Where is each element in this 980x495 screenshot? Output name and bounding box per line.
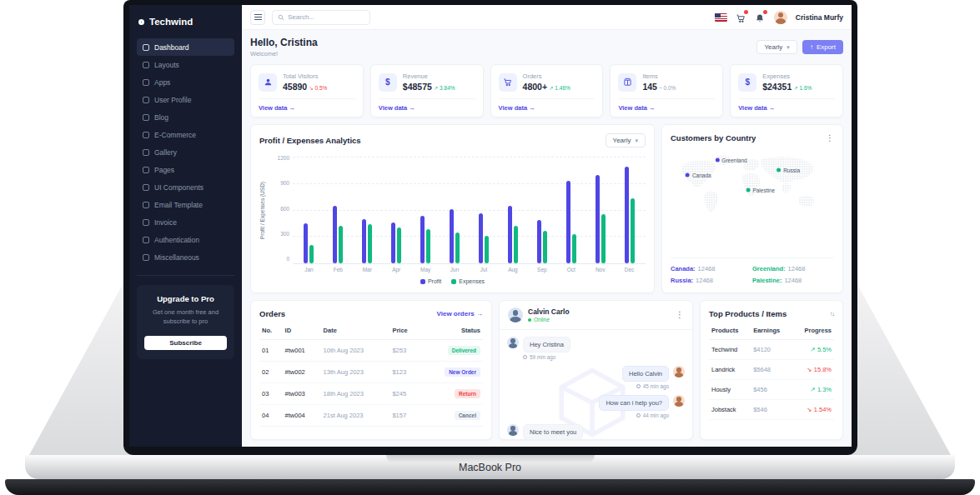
chart-plot: [293, 158, 646, 264]
view-data-link[interactable]: View data →: [618, 98, 715, 117]
sort-icon[interactable]: ↑↓: [830, 311, 834, 317]
sidebar-item-label: UI Components: [154, 183, 204, 192]
period-select[interactable]: Yearly▾: [756, 40, 797, 54]
message-bubble: Hey Cristina: [523, 337, 570, 352]
sidebar-item-label: Email Template: [154, 201, 203, 209]
stat-card-visitors: Total Visitors 45890↘ 0.5% View data →: [250, 64, 364, 118]
sidebar-item-user-profile[interactable]: User Profile: [137, 91, 234, 108]
column-header: Price: [389, 322, 420, 340]
sidebar-item-blog[interactable]: Blog: [137, 108, 234, 126]
orders-card: Orders View orders → No. ID Date Price S…: [250, 300, 492, 440]
menu-toggle-button[interactable]: [250, 10, 265, 25]
expenses-bar: [309, 245, 314, 263]
sidebar-item-label: Dashboard: [154, 43, 189, 52]
x-axis-label: Aug: [498, 267, 527, 272]
expenses-bar: [631, 198, 635, 263]
macbook-mockup: Techwind Dashboard Layouts Apps User Pro…: [0, 0, 980, 495]
sidebar-item-apps[interactable]: Apps: [137, 73, 234, 91]
us-flag-icon[interactable]: [715, 13, 727, 22]
sidebar-item-label: User Profile: [154, 96, 191, 104]
sidebar-item-authentication[interactable]: Authentication: [137, 231, 234, 248]
sidebar-item-invoice[interactable]: Invoice: [137, 213, 234, 231]
orders-title: Orders: [259, 309, 285, 318]
sidebar-item-miscellaneous[interactable]: Miscellaneous: [137, 248, 234, 266]
view-data-link[interactable]: View data →: [738, 98, 835, 117]
column-header: Status: [421, 322, 483, 340]
x-axis-label: Sep: [527, 267, 556, 272]
bar-group: [527, 158, 556, 263]
user-avatar[interactable]: [774, 11, 787, 24]
chart-period-value: Yearly: [613, 137, 631, 144]
stat-card-orders: Orders 4800+↗ 1.46% View data →: [490, 64, 604, 118]
view-data-link[interactable]: View data →: [259, 98, 355, 117]
sidebar-item-pages[interactable]: Pages: [137, 161, 234, 178]
x-axis-label: Nov: [585, 267, 615, 272]
bar-group: [470, 158, 499, 263]
view-data-link[interactable]: View data →: [499, 98, 596, 117]
cart-badge: [744, 10, 748, 14]
stat-change: ↗ 1.6%: [793, 85, 812, 91]
gallery-icon: [143, 149, 149, 156]
brand[interactable]: Techwind: [138, 17, 233, 27]
stat-card-expenses: $ Expenses $24351↗ 1.6% View data →: [730, 64, 843, 118]
chat-menu-button[interactable]: ⋮: [676, 311, 684, 319]
sidebar-item-ecommerce[interactable]: E-Commerce: [137, 126, 234, 143]
order-row: 03#tw00318th Aug 2023$245Return: [259, 383, 483, 405]
box-icon: [618, 73, 636, 92]
legend-expenses: Expenses: [451, 278, 485, 284]
page-content: Hello, Cristina Welcome! Yearly▾ ↑Export: [242, 30, 852, 447]
map-menu-button[interactable]: ⋮: [826, 134, 834, 142]
sidebar-item-layouts[interactable]: Layouts: [137, 56, 234, 73]
profit-bar: [596, 175, 600, 263]
chart-period-select[interactable]: Yearly▾: [606, 133, 646, 148]
notifications-button[interactable]: [755, 12, 766, 22]
chat-message: Hey Cristina 59 min ago: [507, 337, 685, 360]
column-header: Progress: [792, 322, 834, 340]
view-data-link[interactable]: View data →: [379, 98, 475, 117]
legend-profit: Profit: [420, 278, 441, 284]
hamburger-icon: [254, 14, 262, 20]
sidebar-item-dashboard[interactable]: Dashboard: [137, 38, 234, 56]
customers-map-card: Customers by Country ⋮: [661, 124, 843, 293]
chevron-down-icon: ▾: [787, 44, 790, 51]
search-input[interactable]: [288, 13, 364, 21]
dollar-icon: $: [379, 73, 397, 92]
order-row: 01#tw00110th Aug 2023$253Delivered: [259, 340, 483, 362]
stat-card-revenue: $ Revenue $48575↗ 3.84% View data →: [370, 64, 484, 118]
status-badge: Return: [455, 389, 480, 398]
upgrade-description: Get one month free and subscribe to pro: [144, 308, 227, 327]
sidebar-item-label: Gallery: [154, 148, 177, 157]
apps-icon: [143, 79, 149, 86]
upgrade-card: Upgrade to Pro Get one month free and su…: [137, 285, 234, 359]
sidebar-item-email-template[interactable]: Email Template: [137, 196, 234, 213]
profit-bar: [625, 167, 629, 263]
calvin-avatar: [507, 424, 519, 436]
subscribe-button[interactable]: Subscribe: [144, 336, 227, 350]
page-title: Hello, Cristina: [250, 37, 318, 48]
layouts-icon: [143, 62, 149, 68]
stat-value: 4800+: [523, 82, 548, 92]
user-name[interactable]: Cristina Murfy: [796, 13, 843, 22]
export-button[interactable]: ↑Export: [802, 40, 843, 54]
view-orders-link[interactable]: View orders →: [437, 310, 483, 318]
sidebar-item-ui-components[interactable]: UI Components: [137, 178, 234, 196]
x-axis-label: Apr: [382, 267, 411, 272]
analytics-chart-card: Profit / Expenses Analytics Yearly▾ Prof…: [250, 124, 655, 293]
authentication-icon: [143, 237, 149, 243]
bar-group: [498, 158, 527, 263]
cart-icon: [499, 73, 517, 92]
search-box[interactable]: [272, 10, 370, 25]
cart-button[interactable]: [736, 12, 746, 22]
period-value: Yearly: [764, 43, 782, 51]
stat-value: 145: [642, 82, 657, 92]
x-axis-label: Jun: [440, 267, 470, 272]
sidebar-item-gallery[interactable]: Gallery: [137, 143, 234, 161]
profit-bar: [450, 209, 454, 263]
column-header: ID: [283, 322, 321, 340]
expenses-bar: [514, 226, 518, 264]
search-icon: [278, 14, 284, 21]
column-header: No.: [259, 322, 283, 340]
pages-icon: [143, 167, 149, 173]
chat-message: Hello Calvin 45 min ago: [507, 366, 685, 389]
expenses-bar: [543, 231, 547, 263]
